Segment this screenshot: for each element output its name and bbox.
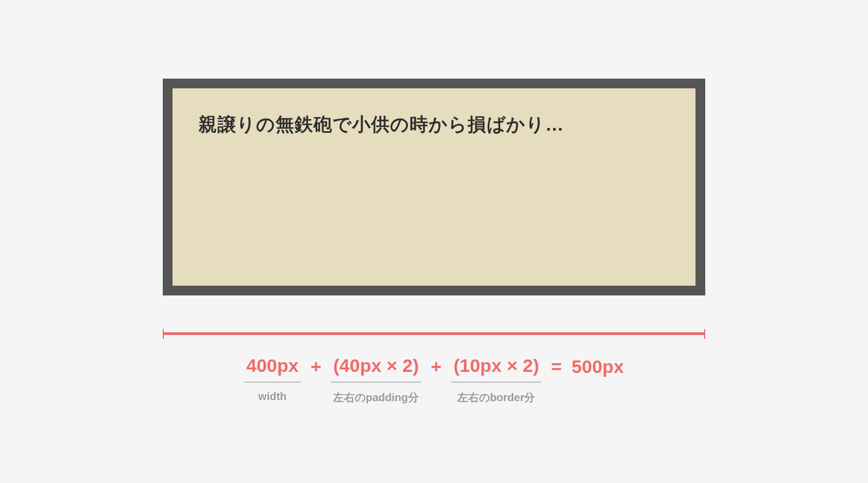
term-width: 400px width [244, 355, 301, 403]
plus-1: + [310, 355, 321, 376]
ruler-bar [164, 332, 704, 335]
term-border: (10px × 2) 左右のborder分 [451, 355, 541, 405]
term-padding-value: (40px × 2) [331, 355, 421, 382]
term-border-value: (10px × 2) [451, 355, 541, 382]
term-padding-label: 左右のpadding分 [333, 390, 419, 405]
term-padding-underline [331, 382, 421, 383]
term-padding: (40px × 2) 左右のpadding分 [331, 355, 421, 405]
equals-sign: = [551, 355, 562, 376]
term-width-value: 400px [244, 355, 301, 382]
demo-box-text: 親譲りの無鉄砲で小供の時から損ばかり… [199, 112, 669, 137]
diagram-wrapper: 親譲りの無鉄砲で小供の時から損ばかり… 400px width + (40px … [163, 79, 705, 405]
equation-result: 500px [572, 355, 624, 376]
plus-2: + [431, 355, 442, 376]
demo-box: 親譲りの無鉄砲で小供の時から損ばかり… [163, 79, 705, 295]
term-border-label: 左右のborder分 [457, 390, 535, 405]
term-border-underline [451, 382, 541, 383]
ruler-line [163, 329, 705, 339]
term-width-label: width [258, 390, 286, 403]
ruler-cap-right [704, 329, 705, 339]
term-width-underline [244, 382, 301, 383]
width-ruler [163, 329, 705, 339]
width-equation: 400px width + (40px × 2) 左右のpadding分 + (… [244, 355, 624, 405]
